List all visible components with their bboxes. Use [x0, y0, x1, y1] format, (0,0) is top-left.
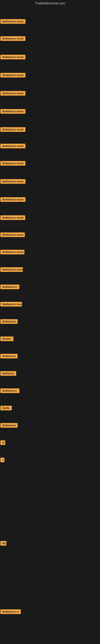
bottleneck-badge[interactable]: Bo: [0, 541, 6, 546]
bottleneck-item: Bottleneck re: [0, 610, 21, 615]
bottleneck-item: Bottleneck result: [0, 197, 25, 203]
bottleneck-badge[interactable]: Bottleneck result: [0, 179, 25, 184]
bottleneck-item: Bottleneck result: [0, 109, 25, 114]
bottleneck-item: Bottleneck result: [0, 179, 25, 184]
bottleneck-item: Bottleneck result: [0, 19, 25, 24]
bottleneck-item: Bottleneck r: [0, 388, 19, 394]
bottleneck-item: Bottleneck result: [0, 91, 25, 96]
bottleneck-badge[interactable]: Bottleneck: [0, 423, 18, 428]
bottleneck-item: Bottleneck result: [0, 144, 25, 149]
bottleneck-item: Bottleneck result: [0, 36, 25, 42]
bottleneck-badge[interactable]: Bottleneck r: [0, 284, 19, 289]
bottleneck-item: Bottleneck: [0, 354, 18, 359]
bottleneck-badge[interactable]: Bottleneck resu: [0, 302, 22, 306]
bottleneck-item: Bottleneck result: [0, 215, 25, 221]
bottleneck-badge[interactable]: Bottlen: [0, 336, 13, 341]
items-container: Bottleneck resultBottleneck resultBottle…: [0, 8, 100, 644]
bottleneck-badge[interactable]: Bottleneck result: [0, 109, 25, 114]
bottleneck-badge[interactable]: Bottleneck result: [0, 161, 25, 166]
bottleneck-badge[interactable]: Bottleneck result: [0, 55, 25, 59]
bottleneck-badge[interactable]: Bottleneck result: [0, 91, 25, 96]
bottleneck-badge[interactable]: Bottle: [0, 406, 12, 410]
bottleneck-badge[interactable]: Bottleneck result: [0, 127, 25, 132]
bottleneck-item: Bottleneck result: [0, 161, 25, 166]
bottleneck-item: Bottleneck r: [0, 284, 19, 290]
bottleneck-badge[interactable]: Bottleneck: [0, 354, 18, 358]
site-title: TheBottlenecker.com: [0, 0, 100, 8]
bottleneck-badge[interactable]: Bottleneck resul: [0, 267, 23, 272]
bottleneck-item: Bottleneck: [0, 319, 18, 324]
bottleneck-badge[interactable]: Bottleneck re: [0, 610, 21, 614]
bottleneck-badge[interactable]: Bottleneck result: [0, 144, 25, 148]
bottleneck-item: Bo: [0, 541, 6, 546]
bottleneck-item: Bottleneck: [0, 423, 18, 428]
bottleneck-item: Bottleneck result: [0, 55, 25, 60]
bottleneck-item: Bottleneck resu: [0, 302, 22, 307]
bottleneck-badge[interactable]: |: [0, 458, 4, 462]
bottleneck-item: Bottleneck result: [0, 127, 25, 132]
bottleneck-item: B: [0, 440, 5, 446]
bottleneck-item: Bottleneck result: [0, 73, 25, 78]
bottleneck-item: Bottlen: [0, 336, 13, 342]
bottleneck-badge[interactable]: Bottleneck result: [0, 232, 25, 237]
bottleneck-badge[interactable]: Bottleneck result: [0, 250, 24, 254]
bottleneck-badge[interactable]: Bottleneck result: [0, 73, 25, 78]
bottleneck-item: Bottleneck result: [0, 250, 24, 255]
bottleneck-badge[interactable]: Bottleneck result: [0, 215, 25, 220]
bottleneck-item: |: [0, 458, 4, 463]
bottleneck-badge[interactable]: Bottleneck result: [0, 19, 25, 24]
bottleneck-badge[interactable]: Bottlenec: [0, 371, 16, 376]
bottleneck-item: Bottlenec: [0, 371, 16, 376]
bottleneck-item: Bottle: [0, 406, 12, 411]
bottleneck-badge[interactable]: Bottleneck result: [0, 197, 25, 202]
bottleneck-badge[interactable]: Bottleneck r: [0, 388, 19, 393]
bottleneck-badge[interactable]: Bottleneck: [0, 319, 18, 324]
bottleneck-item: Bottleneck result: [0, 232, 25, 238]
bottleneck-badge[interactable]: Bottleneck result: [0, 36, 25, 41]
bottleneck-item: Bottleneck resul: [0, 267, 23, 273]
site-container: TheBottlenecker.com Bottleneck resultBot…: [0, 0, 100, 644]
bottleneck-badge[interactable]: B: [0, 440, 5, 445]
